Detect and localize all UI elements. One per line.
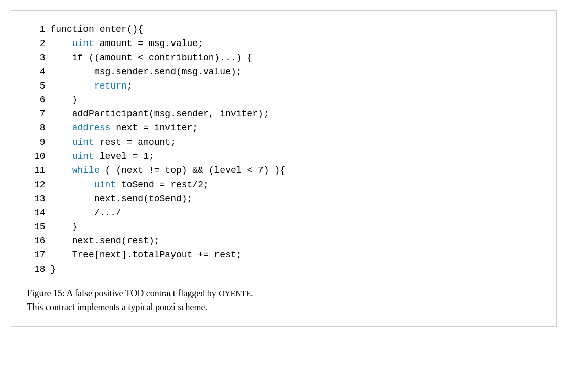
code-line: 6 }	[27, 93, 540, 107]
caption-text2: .	[251, 288, 253, 298]
line-number: 5	[27, 79, 46, 94]
line-number: 12	[27, 178, 46, 192]
code-line: 12 uint toSend = rest/2;	[27, 178, 540, 192]
line-number: 3	[27, 51, 46, 65]
keyword: uint	[72, 151, 94, 161]
code-line: 9 uint rest = amount;	[27, 136, 540, 150]
line-content: address next = inviter;	[51, 121, 198, 136]
line-content: addParticipant(msg.sender, inviter);	[51, 107, 269, 121]
line-content: uint amount = msg.value;	[51, 37, 203, 51]
line-number: 1	[27, 23, 46, 37]
line-number: 14	[27, 206, 46, 221]
keyword: address	[72, 123, 111, 133]
line-content: next.send(rest);	[51, 234, 160, 248]
code-line: 15 }	[27, 220, 540, 234]
line-number: 7	[27, 107, 46, 121]
caption-line2: This contract implements a typical ponzi…	[27, 302, 207, 312]
keyword: while	[72, 165, 100, 176]
figure-label: Figure 15:	[27, 288, 65, 298]
code-block: 1function enter(){2 uint amount = msg.va…	[27, 23, 540, 277]
line-content: uint level = 1;	[51, 150, 154, 164]
line-number: 17	[27, 248, 46, 263]
code-line: 2 uint amount = msg.value;	[27, 37, 540, 51]
line-number: 8	[27, 121, 46, 136]
code-line: 11 while ( (next != top) && (level < 7) …	[27, 164, 540, 178]
line-content: msg.sender.send(msg.value);	[51, 65, 242, 79]
line-content: while ( (next != top) && (level < 7) ){	[51, 164, 286, 178]
code-line: 4 msg.sender.send(msg.value);	[27, 65, 540, 79]
code-line: 14 /.../	[27, 206, 540, 221]
line-content: }	[51, 220, 78, 234]
line-content: return;	[51, 79, 133, 94]
line-number: 2	[27, 37, 46, 51]
main-container: 1function enter(){2 uint amount = msg.va…	[11, 10, 557, 327]
keyword: uint	[72, 137, 94, 147]
line-content: uint rest = amount;	[51, 136, 176, 150]
code-line: 7 addParticipant(msg.sender, inviter);	[27, 107, 540, 121]
line-content: Tree[next].totalPayout += rest;	[51, 248, 242, 263]
line-number: 16	[27, 234, 46, 248]
line-content: }	[51, 93, 78, 107]
keyword: return	[94, 81, 127, 91]
line-content: next.send(toSend);	[51, 192, 193, 206]
line-content: /.../	[51, 206, 127, 221]
line-number: 15	[27, 220, 46, 234]
code-line: 13 next.send(toSend);	[27, 192, 540, 206]
caption-text1: A false positive TOD contract flagged by	[67, 288, 219, 298]
code-line: 8 address next = inviter;	[27, 121, 540, 136]
code-line: 17 Tree[next].totalPayout += rest;	[27, 248, 540, 263]
line-number: 9	[27, 136, 46, 150]
line-number: 18	[27, 263, 46, 277]
code-line: 5 return;	[27, 79, 540, 94]
keyword: uint	[72, 38, 94, 49]
line-content: function enter(){	[51, 23, 144, 37]
line-number: 13	[27, 192, 46, 206]
line-number: 4	[27, 65, 46, 79]
line-content: uint toSend = rest/2;	[51, 178, 209, 192]
code-line: 1function enter(){	[27, 23, 540, 37]
figure-caption: Figure 15: A false positive TOD contract…	[27, 287, 540, 314]
keyword: uint	[94, 180, 116, 190]
line-number: 10	[27, 150, 46, 164]
line-number: 11	[27, 164, 46, 178]
code-line: 18}	[27, 263, 540, 277]
line-number: 6	[27, 93, 46, 107]
line-content: if ((amount < contribution)...) {	[51, 51, 253, 65]
code-line: 3 if ((amount < contribution)...) {	[27, 51, 540, 65]
code-line: 16 next.send(rest);	[27, 234, 540, 248]
line-content: }	[51, 263, 56, 277]
code-line: 10 uint level = 1;	[27, 150, 540, 164]
tool-name: Oyente	[219, 289, 251, 298]
